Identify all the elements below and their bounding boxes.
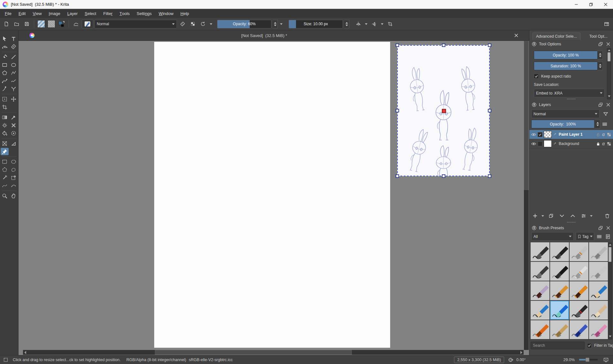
tool-saturation-spinner[interactable] [598,62,603,70]
tool-ellipse[interactable] [10,61,18,69]
opacity-spinner[interactable] [273,20,278,28]
pattern-chooser[interactable] [47,19,56,28]
minimize-button[interactable] [569,0,584,9]
display-mode-icon[interactable] [602,356,610,364]
gradient-chooser[interactable] [37,19,46,28]
layer-opacity-spinner[interactable] [595,120,600,128]
tool-smart-patch[interactable] [10,122,18,129]
horizontal-scroll-thumb[interactable] [155,350,352,355]
vertical-scrollbar[interactable] [524,41,529,350]
menu-item-window[interactable]: Window [155,10,177,17]
brush-size-slider[interactable]: Size: 10.00 px [289,20,343,28]
preset-detail-view-icon[interactable] [605,233,611,240]
open-document-button[interactable] [12,19,21,28]
brush-preset[interactable] [531,320,549,339]
tool-crop[interactable] [1,103,9,111]
mirror-horizontal-caret[interactable] [364,19,368,28]
reference-image[interactable] [397,45,490,176]
layer-thumbnail[interactable] [544,140,552,147]
add-layer-button[interactable] [531,212,539,220]
opacity-options-caret[interactable] [279,19,284,28]
brush-preset[interactable] [589,242,608,261]
brush-preset[interactable] [550,320,569,339]
tool-transform[interactable] [1,95,9,103]
close-docker-icon[interactable] [605,41,611,47]
workspace-chooser-button[interactable] [602,19,611,28]
delete-layer-button[interactable] [603,212,611,220]
blend-mode-dropdown[interactable]: Normal [95,20,177,28]
tool-bezier-curve[interactable] [1,77,9,85]
layer-lock-icon[interactable] [595,141,601,147]
docker-lock-icon[interactable] [531,225,537,231]
mirror-vertical-button[interactable] [370,19,379,28]
zoom-slider-handle[interactable] [586,358,589,362]
brush-preset[interactable] [531,301,549,320]
tab-tool-options[interactable]: Tool Opt... [586,33,611,40]
brush-preset[interactable] [589,320,608,339]
selection-handle[interactable] [396,109,399,112]
reload-options-caret[interactable] [209,19,213,28]
tool-gradient[interactable] [1,114,9,121]
layer-alpha-lock[interactable]: α [602,132,605,137]
tool-line[interactable] [10,53,18,61]
layer-inherit-alpha-icon[interactable] [606,141,612,147]
tab-advanced-color-selector[interactable]: Advanced Color Sele... [533,33,580,40]
layer-visibility-icon[interactable] [531,132,536,137]
brush-preset[interactable] [550,262,569,281]
layer-name[interactable]: Paint Layer 1 [559,132,594,137]
scroll-left-icon[interactable] [24,351,26,354]
float-docker-icon[interactable] [598,225,603,231]
brush-tag-filter-dropdown[interactable]: All [531,232,574,241]
menu-item-view[interactable]: View [29,10,45,17]
layer-row[interactable]: Backgroundα [529,139,613,148]
mirror-vertical-caret[interactable] [380,19,384,28]
brush-preset[interactable] [589,281,608,300]
brush-preset[interactable] [531,262,549,281]
selection-handle[interactable] [488,109,491,112]
layer-lock-icon[interactable] [595,132,601,137]
tool-rectangle[interactable] [1,61,9,69]
canvas-page[interactable] [154,42,390,348]
document-tab-title[interactable]: [Not Saved] (32.5 MiB) * [19,33,510,38]
menu-item-file[interactable]: File [1,10,15,17]
tool-edit-shapes[interactable] [1,43,9,50]
brush-search-input[interactable] [531,342,585,349]
save-location-dropdown[interactable]: Embed to .KRA [534,89,605,97]
selection-handle[interactable] [488,43,491,47]
tag-button[interactable]: Tag [576,232,594,241]
tool-shape-select[interactable] [1,35,9,42]
layer-inherit-alpha-icon[interactable] [606,132,612,137]
tool-dynamic-brush[interactable] [1,85,9,93]
close-docker-icon[interactable] [605,225,611,231]
brush-editor-button[interactable] [82,19,93,28]
menu-item-settings[interactable]: Settings [133,10,155,17]
zoom-slider[interactable] [579,359,598,360]
tool-reference-images[interactable] [1,148,9,155]
canvas-area[interactable] [19,41,529,355]
layer-thumbnail[interactable] [544,131,552,138]
foreground-background-colors[interactable] [57,19,66,28]
menu-item-tools[interactable]: Tools [116,10,133,17]
scroll-right-icon[interactable] [520,351,522,354]
tool-polygon[interactable] [1,69,9,77]
docker-splitter[interactable] [567,98,576,100]
tool-color-sampler[interactable] [10,114,18,121]
tool-calligraphy[interactable] [10,43,18,50]
brush-preset[interactable] [570,301,588,320]
mirror-horizontal-button[interactable] [354,19,363,28]
restore-button[interactable] [584,0,598,9]
opacity-slider[interactable]: Opacity: 60% [217,20,271,28]
brush-grid-scrollbar[interactable] [608,243,612,339]
tool-text[interactable] [10,35,18,42]
tool-fill[interactable] [1,130,9,137]
duplicate-layer-button[interactable] [547,212,555,220]
layer-select-checkbox[interactable] [538,132,542,137]
selection-handle[interactable] [396,174,399,178]
float-docker-icon[interactable] [598,102,603,108]
menu-item-select[interactable]: Select [81,10,100,17]
selection-handle[interactable] [396,43,399,47]
move-layer-up-button[interactable] [569,212,577,220]
menu-item-edit[interactable]: Edit [15,10,29,17]
tool-freehand-brush[interactable] [1,53,9,61]
save-button[interactable] [22,19,31,28]
